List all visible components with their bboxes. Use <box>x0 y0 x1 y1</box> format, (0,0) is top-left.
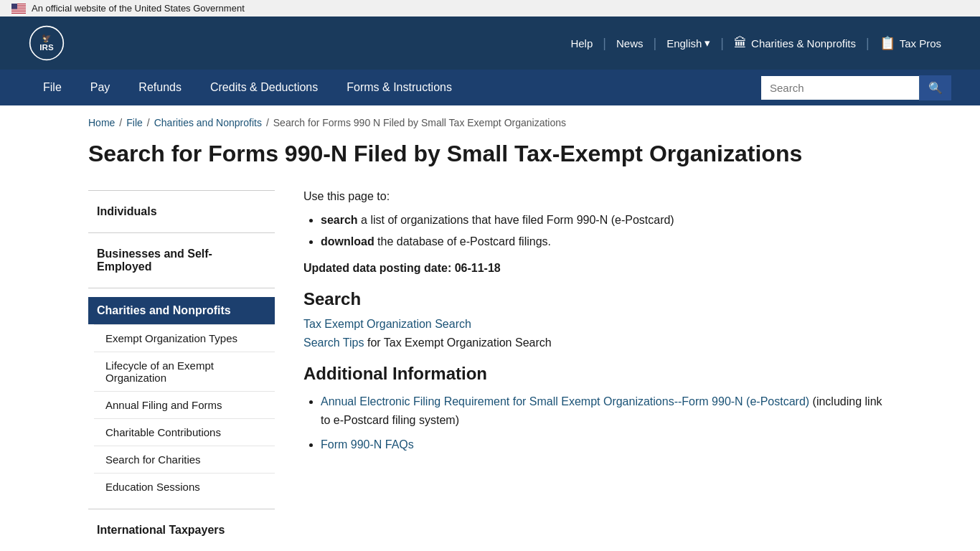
intro-text: Use this page to: <box>303 190 892 203</box>
sidebar-sub-education-sessions[interactable]: Education Sessions <box>94 473 275 500</box>
breadcrumb-home[interactable]: Home <box>88 117 115 128</box>
page-title: Search for Forms 990-N Filed by Small Ta… <box>88 140 892 167</box>
intro-bullets: search a list of organizations that have… <box>303 212 892 250</box>
taxpros-link[interactable]: 📋 Tax Pros <box>870 35 951 51</box>
sidebar-sub-exempt-org-types[interactable]: Exempt Organization Types <box>94 324 275 352</box>
main-nav-links: File Pay Refunds Credits & Deductions Fo… <box>29 70 466 105</box>
breadcrumb-charities[interactable]: Charities and Nonprofits <box>154 117 262 128</box>
header-nav: Help | News | English ▾ | 🏛 Charities & … <box>560 35 951 51</box>
sidebar-item-international[interactable]: International Taxpayers <box>88 518 275 542</box>
sidebar-sub-lifecycle[interactable]: Lifecycle of an Exempt Organization <box>94 352 275 391</box>
form990n-faqs-link[interactable]: Form 990-N FAQs <box>321 438 414 451</box>
gov-banner: An official website of the United States… <box>0 0 980 17</box>
breadcrumb-sep-2: / <box>147 117 150 128</box>
svg-rect-7 <box>11 4 17 9</box>
nav-file[interactable]: File <box>29 70 76 105</box>
sidebar-item-businesses[interactable]: Businesses and Self-Employed <box>88 242 275 279</box>
bullet-download-bold: download <box>321 235 374 248</box>
bullet-download: download the database of e-Postcard fili… <box>321 233 892 250</box>
breadcrumb-current: Search for Forms 990 N Filed by Small Ta… <box>273 117 566 128</box>
svg-text:🦅: 🦅 <box>42 33 52 43</box>
additional-section: Additional Information Annual Electronic… <box>303 364 892 453</box>
bullet-search-bold: search <box>321 214 358 226</box>
search-section: Search Tax Exempt Organization Search Se… <box>303 289 892 349</box>
nav-pay[interactable]: Pay <box>76 70 125 105</box>
chevron-down-icon: ▾ <box>705 37 710 50</box>
gov-banner-text: An official website of the United States… <box>32 3 245 14</box>
bullet-search-rest: a list of organizations that have filed … <box>358 214 674 226</box>
search-tips-suffix: for Tax Exempt Organization Search <box>364 336 551 349</box>
search-heading: Search <box>303 289 892 309</box>
nav-forms[interactable]: Forms & Instructions <box>332 70 466 105</box>
breadcrumb-sep-1: / <box>119 117 122 128</box>
sidebar-section-international: International Taxpayers <box>88 509 275 551</box>
update-date: Updated data posting date: 06-11-18 <box>303 262 892 275</box>
nav-credits[interactable]: Credits & Deductions <box>196 70 332 105</box>
additional-heading: Additional Information <box>303 364 892 384</box>
irs-logo-svg: 🦅 IRS <box>29 25 65 61</box>
search-tips-link[interactable]: Search Tips <box>303 336 364 349</box>
search-icon: 🔍 <box>928 82 943 94</box>
svg-rect-5 <box>11 10 26 11</box>
nav-refunds[interactable]: Refunds <box>124 70 196 105</box>
sidebar-section-charities: Charities and Nonprofits Exempt Organiza… <box>88 288 275 509</box>
bullet-search: search a list of organizations that have… <box>321 212 892 229</box>
english-link[interactable]: English ▾ <box>656 37 720 50</box>
sidebar-section-businesses: Businesses and Self-Employed <box>88 232 275 288</box>
breadcrumb-sep-3: / <box>266 117 269 128</box>
news-link[interactable]: News <box>606 37 654 50</box>
breadcrumb-file[interactable]: File <box>126 117 143 128</box>
bullet-download-rest: the database of e-Postcard filings. <box>374 235 551 248</box>
main-nav: File Pay Refunds Credits & Deductions Fo… <box>0 70 980 105</box>
sidebar-sub-annual-filing[interactable]: Annual Filing and Forms <box>94 391 275 418</box>
sidebar-sub-items-charities: Exempt Organization Types Lifecycle of a… <box>88 324 275 500</box>
site-header: 🦅 IRS Help | News | English ▾ | 🏛 Charit… <box>0 17 980 70</box>
sidebar-sub-charitable-contributions[interactable]: Charitable Contributions <box>94 418 275 446</box>
additional-bullet-1: Annual Electronic Filing Requirement for… <box>321 392 892 429</box>
additional-bullets: Annual Electronic Filing Requirement for… <box>303 392 892 453</box>
sidebar: Individuals Businesses and Self-Employed… <box>88 190 275 551</box>
irs-logo[interactable]: 🦅 IRS <box>29 25 65 61</box>
page-layout: Individuals Businesses and Self-Employed… <box>88 190 892 551</box>
taxpros-icon: 📋 <box>880 35 895 51</box>
sidebar-item-charities-active[interactable]: Charities and Nonprofits <box>88 297 275 324</box>
search-button[interactable]: 🔍 <box>919 75 951 100</box>
svg-rect-4 <box>11 9 26 9</box>
svg-text:IRS: IRS <box>39 42 54 52</box>
charities-link[interactable]: 🏛 Charities & Nonprofits <box>724 36 866 51</box>
main-content: Use this page to: search a list of organ… <box>303 190 892 551</box>
content-wrapper: Home / File / Charities and Nonprofits /… <box>60 105 920 551</box>
breadcrumb: Home / File / Charities and Nonprofits /… <box>88 117 892 128</box>
sidebar-sub-search-charities[interactable]: Search for Charities <box>94 446 275 473</box>
sidebar-section-individuals: Individuals <box>88 190 275 232</box>
search-input[interactable] <box>761 76 919 100</box>
help-link[interactable]: Help <box>560 37 603 50</box>
charities-icon: 🏛 <box>734 36 747 51</box>
search-box: 🔍 <box>761 75 951 100</box>
svg-rect-6 <box>11 11 26 12</box>
search-tips-line: Search Tips for Tax Exempt Organization … <box>303 336 892 349</box>
tax-exempt-org-search-link[interactable]: Tax Exempt Organization Search <box>303 318 892 331</box>
annual-filing-link[interactable]: Annual Electronic Filing Requirement for… <box>321 395 809 408</box>
us-flag-icon <box>11 4 26 14</box>
sidebar-item-individuals[interactable]: Individuals <box>88 199 275 224</box>
additional-bullet-2: Form 990-N FAQs <box>321 435 892 454</box>
